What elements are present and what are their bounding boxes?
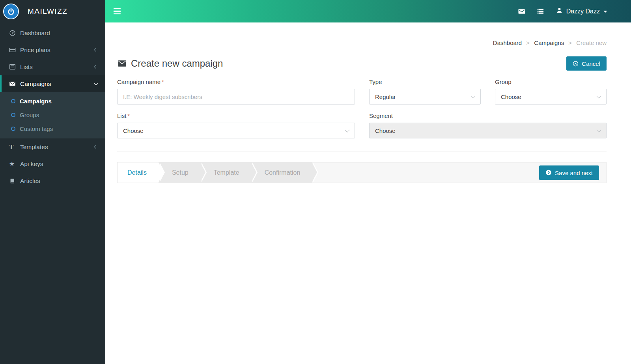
circle-icon — [11, 127, 15, 131]
chevron-down-icon — [470, 93, 476, 99]
breadcrumb-separator: > — [568, 39, 572, 46]
sidebar-subitem-campaigns[interactable]: Campaigns — [0, 94, 105, 108]
campaign-name-input[interactable] — [117, 89, 355, 105]
circle-icon — [11, 113, 15, 117]
sidebar-nav: Dashboard Price plans Lists Campaigns — [0, 24, 105, 189]
group-label: Group — [495, 78, 607, 85]
sidebar-item-campaigns[interactable]: Campaigns — [0, 75, 105, 92]
envelope-icon — [9, 80, 20, 87]
wizard-step-template[interactable]: Template — [200, 162, 251, 183]
dashboard-icon — [9, 30, 20, 36]
sidebar: MAILWIZZ Dashboard Price plans Lists — [0, 0, 105, 364]
sidebar-item-api-keys[interactable]: ★ Api keys — [0, 155, 105, 172]
wizard-step-label: Confirmation — [265, 169, 301, 176]
chevron-down-icon — [596, 93, 601, 99]
breadcrumb-current: Create new — [576, 39, 607, 46]
user-icon — [556, 7, 563, 15]
mailwizz-logo-icon — [3, 4, 19, 19]
campaign-name-label: Campaign name* — [117, 78, 355, 85]
type-field-group: Type Regular — [369, 78, 481, 105]
server-icon[interactable] — [537, 7, 544, 15]
wizard-step-label: Details — [127, 169, 147, 176]
caret-down-icon — [603, 11, 607, 13]
list-select-value: Choose — [123, 127, 144, 134]
breadcrumb-dashboard[interactable]: Dashboard — [493, 39, 522, 46]
chevron-down-icon — [596, 127, 601, 133]
group-select[interactable]: Choose — [495, 89, 607, 105]
sidebar-item-articles[interactable]: Articles — [0, 172, 105, 189]
required-asterisk: * — [127, 112, 130, 119]
save-and-next-button[interactable]: Save and next — [539, 165, 599, 180]
sidebar-item-dashboard[interactable]: Dashboard — [0, 24, 105, 41]
divider — [117, 151, 607, 151]
campaigns-submenu: Campaigns Groups Custom tags — [0, 92, 105, 138]
times-circle-icon — [573, 61, 579, 67]
list-select[interactable]: Choose — [117, 123, 355, 138]
sidebar-item-label: Api keys — [20, 161, 43, 168]
chevron-left-icon — [94, 145, 98, 149]
chevron-circle-right-icon — [545, 170, 552, 176]
campaign-form: Campaign name* Type Regular Group Choose — [117, 78, 607, 138]
wizard-step-details[interactable]: Details — [118, 162, 159, 183]
sidebar-item-lists[interactable]: Lists — [0, 58, 105, 75]
segment-select-value: Choose — [375, 127, 396, 134]
breadcrumb-separator: > — [526, 39, 530, 46]
type-select-value: Regular — [375, 93, 396, 100]
credit-card-icon — [9, 47, 20, 53]
text-height-icon: T — [9, 144, 20, 150]
chevron-down-icon — [345, 127, 350, 133]
book-icon — [9, 178, 20, 184]
user-name: Dazzy Dazz — [566, 8, 600, 15]
breadcrumb: Dashboard > Campaigns > Create new — [117, 39, 607, 46]
circle-icon — [11, 99, 15, 103]
brand-name: MAILWIZZ — [28, 7, 67, 16]
topbar: Dazzy Dazz — [105, 0, 631, 22]
user-menu[interactable]: Dazzy Dazz — [556, 7, 607, 15]
segment-field-group: Segment Choose — [369, 112, 607, 138]
list-label: List* — [117, 112, 355, 119]
wizard-step-label: Setup — [172, 169, 189, 176]
sidebar-item-label: Templates — [20, 144, 48, 151]
sidebar-item-label: Dashboard — [20, 30, 50, 37]
sidebar-item-label: Campaigns — [20, 80, 51, 88]
list-field-group: List* Choose — [117, 112, 355, 138]
group-field-group: Group Choose — [495, 78, 607, 105]
cancel-button[interactable]: Cancel — [566, 56, 607, 71]
sidebar-subitem-label: Groups — [20, 112, 39, 118]
wizard-step-label: Template — [214, 169, 239, 176]
sidebar-subitem-custom-tags[interactable]: Custom tags — [0, 122, 105, 136]
messages-icon[interactable] — [518, 7, 526, 15]
campaign-name-field-group: Campaign name* — [117, 78, 355, 105]
sidebar-item-price-plans[interactable]: Price plans — [0, 41, 105, 58]
required-asterisk: * — [162, 78, 164, 85]
chevron-left-icon — [94, 65, 98, 69]
list-icon — [9, 63, 20, 70]
type-label: Type — [369, 78, 481, 85]
main-content: Dashboard > Campaigns > Create new Creat… — [105, 22, 631, 364]
chevron-down-icon — [94, 81, 98, 85]
segment-select[interactable]: Choose — [369, 123, 607, 138]
page-title: Create new campaign — [117, 58, 223, 69]
sidebar-item-label: Price plans — [20, 47, 50, 54]
star-icon: ★ — [9, 161, 20, 167]
type-select[interactable]: Regular — [369, 89, 481, 105]
sidebar-item-label: Articles — [20, 177, 40, 185]
sidebar-subitem-label: Custom tags — [20, 125, 53, 132]
segment-label: Segment — [369, 112, 607, 119]
sidebar-item-templates[interactable]: T Templates — [0, 138, 105, 155]
sidebar-subitem-label: Campaigns — [20, 98, 52, 105]
topbar-right: Dazzy Dazz — [507, 7, 631, 15]
sidebar-subitem-groups[interactable]: Groups — [0, 108, 105, 122]
brand[interactable]: MAILWIZZ — [0, 0, 105, 22]
page-head: Create new campaign Cancel — [117, 56, 607, 71]
sidebar-item-label: Lists — [20, 63, 33, 71]
breadcrumb-campaigns[interactable]: Campaigns — [534, 39, 564, 46]
envelope-icon — [117, 59, 127, 68]
wizard-step-confirmation[interactable]: Confirmation — [251, 162, 312, 183]
group-select-value: Choose — [501, 93, 521, 100]
hamburger-menu-icon[interactable] — [112, 6, 122, 17]
wizard-steps-bar: Details Setup Template Confirmation Save… — [117, 162, 607, 183]
chevron-left-icon — [94, 48, 98, 52]
